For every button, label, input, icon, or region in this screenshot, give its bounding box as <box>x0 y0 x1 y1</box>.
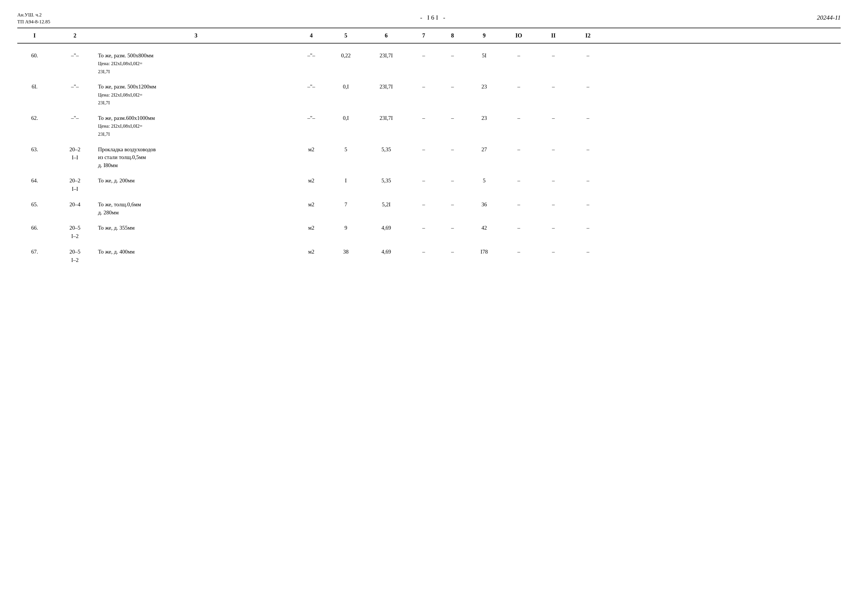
col-header-3: 3 <box>98 32 294 39</box>
row-col8: – <box>438 51 467 60</box>
row-col12: – <box>570 248 605 256</box>
row-col8: – <box>438 248 467 256</box>
col-header-10: IO <box>502 32 536 39</box>
row-col2: –"– <box>52 114 98 123</box>
row-col4: м2 <box>294 224 328 232</box>
row-col6: 5,35 <box>363 146 409 154</box>
row-col7: – <box>409 114 438 123</box>
column-headers: I 2 3 4 5 6 7 8 9 IO II I2 <box>17 29 841 42</box>
row-col3: Прокладка воздуховодовиз стали толщ.0,5м… <box>98 146 294 169</box>
row-col8: – <box>438 146 467 154</box>
row-col11: – <box>536 51 570 60</box>
row-col12: – <box>570 51 605 60</box>
table-row: 62. –"– То же, разм.600х1000мм Цена: 2I2… <box>17 109 841 140</box>
header-right: 20244-11 <box>817 14 841 21</box>
row-col3: То же, д. 355мм <box>98 224 294 232</box>
row-col4: м2 <box>294 248 328 256</box>
row-col10: – <box>502 51 536 60</box>
row-col5: 7 <box>328 200 363 209</box>
row-col10: – <box>502 177 536 185</box>
row-col11: – <box>536 248 570 256</box>
row-col7: – <box>409 146 438 154</box>
col-header-1: I <box>17 32 52 39</box>
row-col8: – <box>438 224 467 232</box>
row-col9: 5I <box>467 51 502 60</box>
row-col9: 42 <box>467 224 502 232</box>
row-col6: 23I,7I <box>363 51 409 60</box>
row-num: 60. <box>17 51 52 60</box>
col-header-11: II <box>536 32 570 39</box>
row-col10: – <box>502 200 536 209</box>
table-row: 64. 20–2I–I То же, д. 200мм м2 I 5,35 – … <box>17 171 841 196</box>
row-col3: То же, разм.600х1000мм Цена: 2I2хI,08хI,… <box>98 114 294 138</box>
col-header-8: 8 <box>438 32 467 39</box>
row-col11: – <box>536 83 570 91</box>
row-col11: – <box>536 177 570 185</box>
row-col9: I78 <box>467 248 502 256</box>
row-col6: 23I,7I <box>363 114 409 123</box>
row-col9: 27 <box>467 146 502 154</box>
row-col2: 20–5I–2 <box>52 248 98 264</box>
row-col2: 20–4 <box>52 200 98 209</box>
row-col8: – <box>438 114 467 123</box>
row-col12: – <box>570 224 605 232</box>
row-col3: То же, толщ.0,6ммд. 280мм <box>98 200 294 216</box>
row-col6: 4,69 <box>363 248 409 256</box>
row-col7: – <box>409 83 438 91</box>
table-row: 65. 20–4 То же, толщ.0,6ммд. 280мм м2 7 … <box>17 196 841 219</box>
row-num: 62. <box>17 114 52 123</box>
table-row: 6I. –"– То же, разм. 500х1200мм Цена: 2I… <box>17 78 841 109</box>
row-col4: –"– <box>294 51 328 60</box>
row-col12: – <box>570 200 605 209</box>
row-col2: 20–5I–2 <box>52 224 98 240</box>
row-col12: – <box>570 83 605 91</box>
row-col11: – <box>536 224 570 232</box>
row-col7: – <box>409 177 438 185</box>
header-left-line2: ТП А94-8-12.85 <box>17 19 50 25</box>
table-row: 60. –"– То же, разм. 500х800мм Цена: 2I2… <box>17 47 841 78</box>
row-col6: 5,35 <box>363 177 409 185</box>
col-header-4: 4 <box>294 32 328 39</box>
row-num: 67. <box>17 248 52 256</box>
row-col3: То же, разм. 500х800мм Цена: 2I2хI,08хI,… <box>98 51 294 76</box>
row-col11: – <box>536 146 570 154</box>
row-col2: 20–2I–I <box>52 146 98 162</box>
row-col11: – <box>536 114 570 123</box>
row-col5: I <box>328 177 363 185</box>
row-col12: – <box>570 114 605 123</box>
row-col6: 4,69 <box>363 224 409 232</box>
row-col10: – <box>502 146 536 154</box>
row-col7: – <box>409 248 438 256</box>
col-header-6: 6 <box>363 32 409 39</box>
header-left-line1: Ан.УШ. ч.2 <box>17 11 50 19</box>
row-col3: То же, д. 200мм <box>98 177 294 185</box>
page-header: Ан.УШ. ч.2 ТП А94-8-12.85 - I6I - 20244-… <box>17 11 841 25</box>
row-col5: 0,22 <box>328 51 363 60</box>
row-num: 65. <box>17 200 52 209</box>
row-col5: 5 <box>328 146 363 154</box>
row-col3: То же, разм. 500х1200мм Цена: 2I2хI,08хI… <box>98 83 294 107</box>
row-col2: –"– <box>52 83 98 91</box>
row-col4: м2 <box>294 200 328 209</box>
row-col10: – <box>502 224 536 232</box>
row-col12: – <box>570 177 605 185</box>
row-col4: м2 <box>294 177 328 185</box>
row-col4: –"– <box>294 83 328 91</box>
row-col10: – <box>502 114 536 123</box>
row-num: 63. <box>17 146 52 154</box>
row-col9: 36 <box>467 200 502 209</box>
row-col7: – <box>409 51 438 60</box>
row-col12: – <box>570 146 605 154</box>
header-center: - I6I - <box>420 14 447 21</box>
data-table: 60. –"– То же, разм. 500х800мм Цена: 2I2… <box>17 47 841 267</box>
col-header-2: 2 <box>52 32 98 39</box>
row-num: 6I. <box>17 83 52 91</box>
row-col10: – <box>502 83 536 91</box>
row-col6: 23I,7I <box>363 83 409 91</box>
table-row: 66. 20–5I–2 То же, д. 355мм м2 9 4,69 – … <box>17 219 841 243</box>
row-col5: 0,I <box>328 83 363 91</box>
row-col9: 5 <box>467 177 502 185</box>
col-header-12: I2 <box>570 32 605 39</box>
header-bottom-divider <box>17 43 841 43</box>
row-col2: –"– <box>52 51 98 60</box>
